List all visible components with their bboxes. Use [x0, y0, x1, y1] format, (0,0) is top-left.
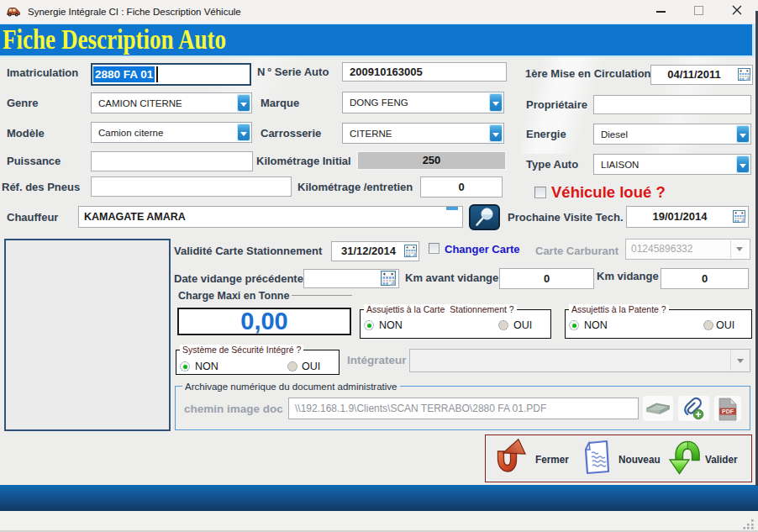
svg-text:PDF: PDF: [722, 408, 734, 414]
